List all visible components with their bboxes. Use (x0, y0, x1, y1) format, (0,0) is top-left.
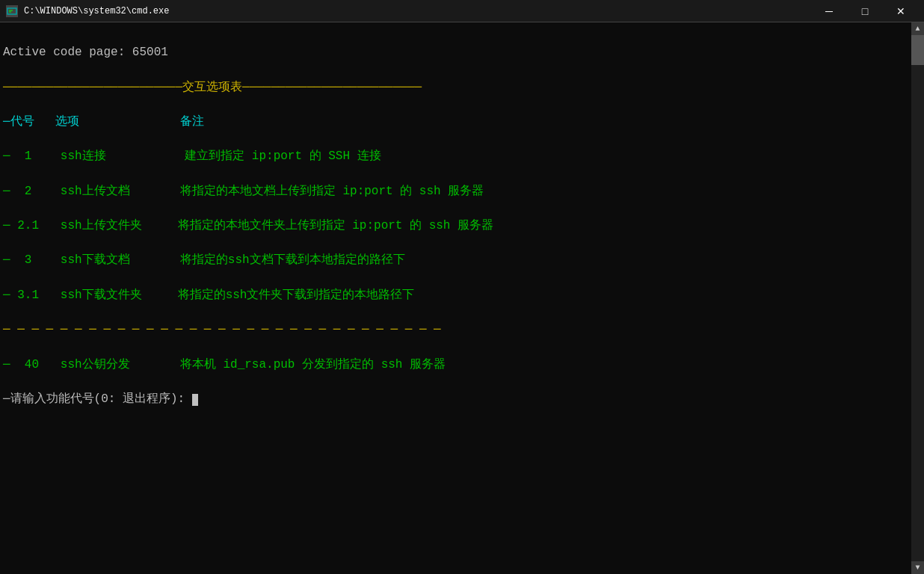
window-body: Active code page: 65001 ────────────────… (0, 22, 924, 574)
scrollbar: ▲ ▼ (911, 22, 924, 574)
cursor-blink (192, 394, 198, 406)
svg-rect-0 (7, 8, 16, 14)
line-separator-mid: ─ ─ ─ ─ ─ ─ ─ ─ ─ ─ ─ ─ ─ ─ ─ ─ ─ ─ ─ ─ … (3, 323, 441, 336)
scroll-down-button[interactable]: ▼ (911, 561, 924, 574)
scroll-up-button[interactable]: ▲ (911, 22, 924, 35)
titlebar-left: C:\WINDOWS\system32\cmd.exe (6, 5, 169, 17)
prompt-text: ─请输入功能代号(0: 退出程序): (3, 392, 192, 406)
line-separator-top: ─────────────────────────交互选项表──────────… (3, 81, 422, 94)
line-row3-1: ─ 3.1 ssh下载文件夹 将指定的ssh文件夹下载到指定的本地路径下 (3, 288, 414, 302)
line-row2-1: ─ 2.1 ssh上传文件夹 将指定的本地文件夹上传到指定 ip:port 的 … (3, 219, 493, 232)
line-row2: ─ 2 ssh上传文档 将指定的本地文档上传到指定 ip:port 的 ssh … (3, 185, 484, 198)
app-icon (6, 5, 18, 17)
terminal-area[interactable]: Active code page: 65001 ────────────────… (0, 22, 911, 574)
window-controls: ─ □ ✕ (812, 0, 918, 22)
line-row1: ─ 1 ssh连接 建立到指定 ip:port 的 SSH 连接 (3, 149, 381, 163)
line-codepage: Active code page: 65001 (3, 46, 168, 59)
window: C:\WINDOWS\system32\cmd.exe ─ □ ✕ Active… (0, 0, 924, 574)
line-row40: ─ 40 ssh公钥分发 将本机 id_rsa.pub 分发到指定的 ssh 服… (3, 358, 446, 371)
window-title: C:\WINDOWS\system32\cmd.exe (24, 6, 169, 16)
line-prompt: ─请输入功能代号(0: 退出程序): (3, 392, 198, 406)
line-row3: ─ 3 ssh下载文档 将指定的ssh文档下载到本地指定的路径下 (3, 253, 405, 267)
scroll-track[interactable] (911, 35, 924, 561)
scroll-thumb[interactable] (911, 35, 924, 65)
terminal-content: Active code page: 65001 ────────────────… (3, 27, 908, 443)
close-button[interactable]: ✕ (884, 0, 918, 22)
minimize-button[interactable]: ─ (812, 0, 846, 22)
line-header: ─代号 选项 备注 (3, 115, 204, 129)
maximize-button[interactable]: □ (848, 0, 882, 22)
titlebar: C:\WINDOWS\system32\cmd.exe ─ □ ✕ (0, 0, 924, 22)
